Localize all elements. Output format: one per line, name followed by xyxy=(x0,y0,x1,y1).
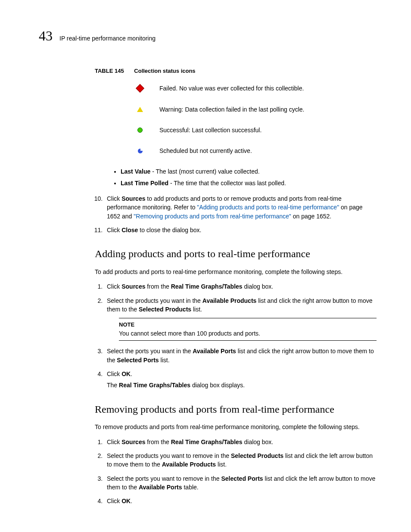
scheduled-desc: Scheduled but not currently active. xyxy=(159,146,252,155)
intro-adding: To add products and ports to real-time p… xyxy=(95,268,377,276)
add-step-3: Select the ports you want in the Availab… xyxy=(104,347,377,364)
step-list-add: Click Sources from the Real Time Graphs/… xyxy=(95,282,377,389)
link-adding[interactable]: "Adding products and ports to real-time … xyxy=(197,204,339,211)
add-step-4: Click OK. The Real Time Graphs/Tables di… xyxy=(104,370,377,390)
note-text: You cannot select more than 100 products… xyxy=(119,329,377,338)
bullet-list: Last Value - The last (most current) val… xyxy=(121,167,377,187)
table-row: Scheduled but not currently active. xyxy=(121,146,377,155)
success-icon xyxy=(121,128,159,133)
note-box: NOTE You cannot select more than 100 pro… xyxy=(119,318,377,341)
heading-adding: Adding products and ports to real-time p… xyxy=(95,246,377,261)
success-desc: Successful: Last collection successful. xyxy=(159,126,262,134)
step-list-top: Click Sources to add products and ports … xyxy=(95,194,377,234)
table-row: Failed. No value was ever collected for … xyxy=(121,84,377,93)
step-10: Click Sources to add products and ports … xyxy=(104,194,377,221)
step-list-remove: Click Sources from the Real Time Graphs/… xyxy=(95,438,377,506)
add-step-1: Click Sources from the Real Time Graphs/… xyxy=(104,282,377,291)
rem-step-3: Select the ports you want to remove in t… xyxy=(104,474,377,492)
table-label: TABLE 145 xyxy=(95,68,124,74)
table-row: Successful: Last collection successful. xyxy=(121,126,377,134)
last-value-text: - The last (most current) value collecte… xyxy=(150,168,259,175)
last-time-text: - The time that the collector was last p… xyxy=(168,180,286,187)
warning-icon xyxy=(121,107,159,112)
list-item: Last Value - The last (most current) val… xyxy=(121,167,377,176)
add-step-2: Select the products you want in the Avai… xyxy=(104,296,377,341)
intro-removing: To remove products and ports from real-t… xyxy=(95,423,377,431)
chapter-number: 43 xyxy=(39,26,53,46)
rem-step-1: Click Sources from the Real Time Graphs/… xyxy=(104,438,377,446)
heading-removing: Removing products and ports from real-ti… xyxy=(95,402,377,417)
list-item: Last Time Polled - The time that the col… xyxy=(121,179,377,187)
link-removing[interactable]: "Removing products and ports from real-t… xyxy=(134,213,291,220)
step-11: Click Close to close the dialog box. xyxy=(104,226,377,234)
failed-icon xyxy=(121,85,159,91)
table-caption: TABLE 145 Collection status icons xyxy=(95,67,377,75)
add-step-4-sub: The Real Time Graphs/Tables dialog box d… xyxy=(107,381,377,389)
rem-step-4: Click OK. xyxy=(104,497,377,505)
chapter-title: IP real-time performance monitoring xyxy=(59,34,156,43)
scheduled-icon xyxy=(121,149,159,153)
note-label: NOTE xyxy=(119,321,377,329)
last-value-label: Last Value xyxy=(121,168,150,175)
table-row: Warning: Data collection failed in the l… xyxy=(121,105,377,114)
rem-step-2: Select the products you want to remove i… xyxy=(104,451,377,469)
failed-desc: Failed. No value was ever collected for … xyxy=(159,84,304,93)
page-header: 43 IP real-time performance monitoring xyxy=(39,26,377,46)
table-title: Collection status icons xyxy=(134,68,195,74)
last-time-label: Last Time Polled xyxy=(121,180,168,187)
warning-desc: Warning: Data collection failed in the l… xyxy=(159,105,304,114)
